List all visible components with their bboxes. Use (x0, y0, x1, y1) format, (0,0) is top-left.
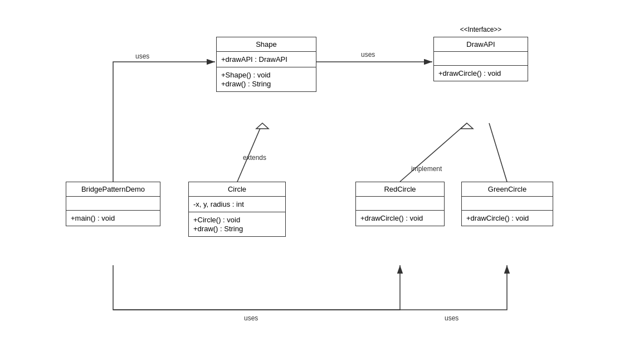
bridgedemo-class: BridgePatternDemo +main() : void (66, 182, 160, 226)
shape-title: Shape (217, 37, 316, 52)
greencircle-attributes (462, 197, 553, 211)
shape-attr-drawapi: +drawAPI : DrawAPI (221, 55, 311, 64)
circle-title: Circle (189, 182, 285, 197)
bridgedemo-methods: +main() : void (66, 211, 160, 226)
label-uses-bottom: uses (244, 314, 258, 322)
redcircle-methods: +drawCircle() : void (356, 211, 444, 226)
circle-method-constructor: +Circle() : void (193, 216, 281, 224)
redcircle-method-drawcircle: +drawCircle() : void (360, 214, 440, 222)
drawapi-title: DrawAPI (434, 37, 528, 52)
svg-marker-5 (461, 123, 473, 129)
shape-class: Shape +drawAPI : DrawAPI +Shape() : void… (216, 37, 316, 92)
greencircle-method-drawcircle: +drawCircle() : void (466, 214, 548, 222)
uml-diagram: uses uses extends implement uses uses <<… (43, 14, 601, 327)
drawapi-class: DrawAPI +drawCircle() : void (433, 37, 528, 81)
shape-method-constructor: +Shape() : void (221, 71, 311, 79)
shape-attributes: +drawAPI : DrawAPI (217, 52, 316, 67)
circle-attributes: -x, y, radius : int (189, 197, 285, 212)
label-uses-bottom2: uses (445, 314, 458, 322)
label-extends: extends (243, 154, 266, 162)
label-uses-bridge-shape: uses (135, 52, 149, 60)
greencircle-class: GreenCircle +drawCircle() : void (461, 182, 553, 226)
bridgedemo-method-main: +main() : void (71, 214, 155, 222)
bridgedemo-attributes (66, 197, 160, 211)
redcircle-title: RedCircle (356, 182, 444, 197)
drawapi-method-drawcircle: +drawCircle() : void (438, 69, 523, 77)
shape-methods: +Shape() : void +draw() : String (217, 67, 316, 91)
shape-method-draw: +draw() : String (221, 80, 311, 88)
circle-method-draw: +draw() : String (193, 225, 281, 233)
redcircle-attributes (356, 197, 444, 211)
label-uses-shape-drawapi: uses (361, 51, 375, 59)
greencircle-title: GreenCircle (462, 182, 553, 197)
circle-attr-xyz: -x, y, radius : int (193, 200, 281, 208)
redcircle-class: RedCircle +drawCircle() : void (355, 182, 445, 226)
drawapi-attributes (434, 52, 528, 66)
circle-class: Circle -x, y, radius : int +Circle() : v… (188, 182, 286, 237)
greencircle-methods: +drawCircle() : void (462, 211, 553, 226)
bridgedemo-title: BridgePatternDemo (66, 182, 160, 197)
svg-line-4 (400, 123, 467, 182)
svg-line-6 (489, 123, 507, 182)
drawapi-methods: +drawCircle() : void (434, 66, 528, 81)
circle-methods: +Circle() : void +draw() : String (189, 212, 285, 236)
svg-marker-3 (256, 123, 269, 129)
label-implement: implement (411, 165, 442, 173)
drawapi-stereotype: <<Interface>> (433, 26, 528, 33)
svg-line-2 (237, 123, 262, 182)
